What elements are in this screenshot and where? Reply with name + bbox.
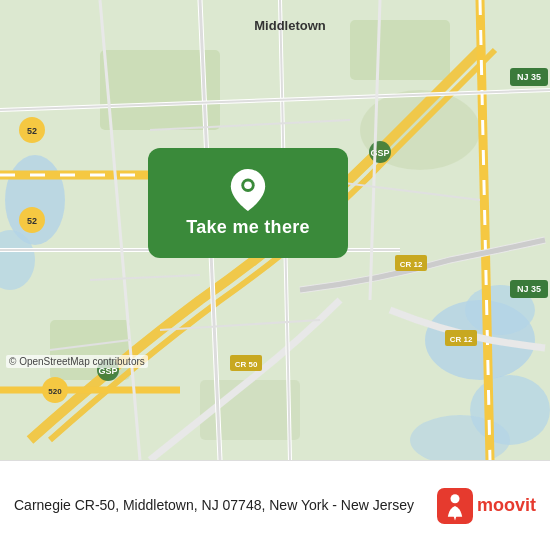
svg-text:CR 50: CR 50 [235, 360, 258, 369]
address-text: Carnegie CR-50, Middletown, NJ 07748, Ne… [14, 496, 437, 516]
svg-rect-8 [350, 20, 450, 80]
svg-text:NJ 35: NJ 35 [517, 72, 541, 82]
copyright-text: © OpenStreetMap contributors [6, 355, 148, 368]
moovit-brand-label: moovit [477, 495, 536, 516]
svg-point-56 [450, 494, 459, 503]
moovit-logo: moovit [437, 488, 536, 524]
svg-text:Middletown: Middletown [254, 18, 326, 33]
svg-text:CR 12: CR 12 [400, 260, 423, 269]
svg-text:520: 520 [48, 387, 62, 396]
svg-point-54 [244, 181, 252, 189]
location-pin-icon [230, 169, 266, 211]
map-container: GSP GSP 52 52 NJ 35 NJ 35 520 CR 12 CR 1… [0, 0, 550, 460]
take-me-there-button[interactable]: Take me there [148, 148, 348, 258]
button-label: Take me there [186, 217, 310, 238]
svg-text:52: 52 [27, 216, 37, 226]
svg-text:52: 52 [27, 126, 37, 136]
moovit-icon [437, 488, 473, 524]
svg-text:NJ 35: NJ 35 [517, 284, 541, 294]
svg-text:CR 12: CR 12 [450, 335, 473, 344]
footer: Carnegie CR-50, Middletown, NJ 07748, Ne… [0, 460, 550, 550]
